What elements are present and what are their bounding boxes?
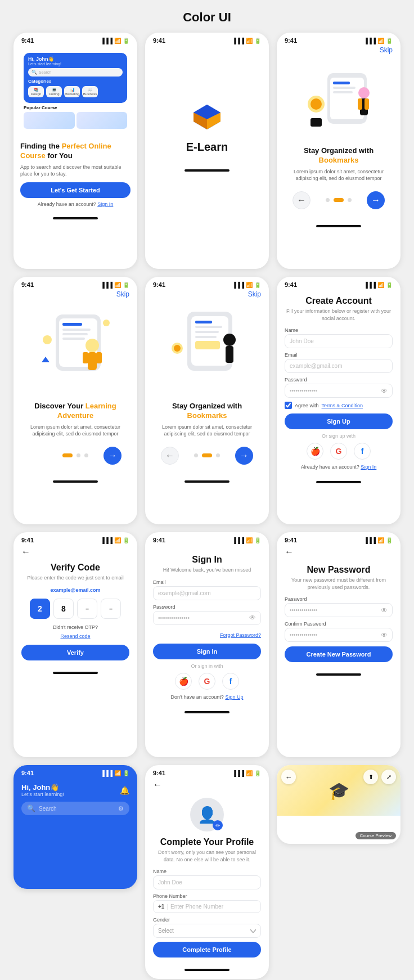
new-password-subtitle: Your new password must be different from…	[285, 577, 393, 591]
search-input[interactable]	[39, 806, 115, 812]
course-expand-button[interactable]: ⤢	[381, 770, 396, 784]
create-new-password-button[interactable]: Create New Password	[285, 646, 393, 662]
back-arrow-np[interactable]: ←	[277, 546, 400, 559]
home-bottom-bar	[53, 217, 98, 219]
new-password-card: 9:41 ▐▐▐📶🔋 ← New Password Your new passw…	[277, 532, 400, 757]
cp-name-input: John Doe	[153, 875, 261, 889]
status-bar-ob3: 9:41 ▐▐▐📶🔋	[145, 277, 269, 290]
signup-button[interactable]: Sign Up	[285, 413, 393, 429]
verify-digit-3[interactable]: -	[77, 599, 97, 619]
status-bar-home: 9:41 ▐▐▐📶🔋	[14, 33, 137, 46]
prev-button-ob3[interactable]: ←	[161, 447, 179, 465]
cp-bottom-bar	[184, 969, 230, 971]
verify-button[interactable]: Verify	[21, 645, 129, 660]
verify-digit-1[interactable]: 2	[30, 599, 50, 619]
next-button-ob1[interactable]: →	[367, 191, 385, 209]
status-bar-ca: 9:41 ▐▐▐📶🔋	[277, 277, 400, 290]
avatar-edit-button[interactable]: ✏	[213, 820, 223, 830]
verify-email: example@email.com	[21, 587, 129, 593]
signin-bottom-bar	[184, 711, 230, 713]
svg-rect-11	[310, 118, 322, 127]
facebook-login-button[interactable]: f	[354, 443, 371, 460]
email-label: Email	[285, 352, 393, 358]
svg-rect-16	[364, 98, 369, 110]
cp-gender-select[interactable]: Select Male Female	[153, 924, 261, 938]
greeting-text: Hi, John👋	[28, 56, 123, 62]
onboard1-nav: ← →	[284, 187, 394, 215]
signup-link-signin[interactable]: Sign Up	[225, 694, 243, 700]
signin-apple-button[interactable]: 🍎	[175, 673, 192, 690]
create-account-title: Create Account	[285, 296, 393, 306]
signin-facebook-button[interactable]: f	[222, 673, 239, 690]
course-back-button[interactable]: ←	[281, 770, 296, 784]
status-bar-np: 9:41 ▐▐▐📶🔋	[277, 532, 400, 546]
cp-title: Complete Your Profile	[153, 837, 261, 847]
lets-get-started-button[interactable]: Let's Get Started	[20, 182, 130, 198]
email-input-display: example@gmail.com	[285, 359, 393, 373]
verify-digit-2[interactable]: 8	[53, 599, 74, 619]
svg-rect-38	[226, 346, 233, 363]
next-button-ob3[interactable]: →	[235, 447, 253, 465]
status-bar-hb: 9:41 ▐▐▐📶🔋	[14, 765, 137, 779]
course-preview-card: 🎓 ← ⬆ ⤢ Course Preview	[277, 765, 400, 979]
terms-link[interactable]: Terms & Condition	[322, 403, 363, 408]
home-title: Finding the Perfect Online Course for Yo…	[20, 142, 130, 161]
cp-phone-label: Phone Number	[153, 893, 261, 899]
apple-login-button[interactable]: 🍎	[307, 443, 323, 460]
svg-point-10	[310, 98, 322, 110]
onboard2-illustration	[14, 300, 137, 396]
svg-rect-26	[96, 352, 102, 363]
next-button-ob2[interactable]: →	[104, 447, 122, 465]
onboard3-title: Stay Organized with Bookmarks	[152, 402, 262, 421]
status-bar-ob1: 9:41 ▐▐▐📶🔋	[277, 33, 400, 46]
bell-icon[interactable]: 🔔	[120, 786, 129, 795]
svg-point-37	[223, 334, 236, 346]
onboard1-illustration	[277, 56, 400, 141]
home-card: 9:41 ▐▐▐📶🔋 Hi, John👋 Let's start learnin…	[14, 33, 137, 269]
signin-google-button[interactable]: G	[199, 673, 215, 690]
agree-checkbox[interactable]	[285, 402, 292, 409]
np-confirm-input: •••••••••••••• 👁	[285, 628, 393, 642]
status-bar-signin: 9:41 ▐▐▐📶🔋	[145, 532, 269, 546]
signin-email-input: example@gmail.com	[153, 586, 261, 600]
svg-rect-19	[62, 323, 82, 326]
forgot-password-link[interactable]: Forgot Password?	[153, 629, 261, 639]
google-login-button[interactable]: G	[330, 443, 347, 460]
signin-button[interactable]: Sign In	[153, 644, 261, 659]
signin-link[interactable]: Sign In	[361, 464, 376, 470]
onboard3-card: 9:41 ▐▐▐📶🔋 Skip	[145, 277, 269, 524]
verify-digit-4[interactable]: -	[101, 599, 121, 619]
onboard1-card: 9:41 ▐▐▐📶🔋 Skip	[277, 33, 400, 269]
sign-in-link-anchor[interactable]: Sign In	[97, 201, 113, 207]
prev-button-ob1[interactable]: ←	[292, 191, 310, 209]
status-bar-splash: 9:41 ▐▐▐📶🔋	[145, 33, 269, 46]
svg-rect-20	[62, 329, 91, 331]
create-account-subtitle: Fill your information below or register …	[285, 308, 393, 322]
verify-bottom-bar	[53, 672, 98, 674]
name-label: Name	[285, 327, 393, 333]
sign-in-link: Already have an account? Sign In	[20, 201, 130, 207]
course-share-button[interactable]: ⬆	[363, 770, 378, 784]
resend-label: Didn't receive OTP?	[21, 624, 129, 630]
verify-subtitle: Please enter the code we just sent to em…	[21, 574, 129, 582]
password-input-display: •••••••••••••• 👁	[285, 384, 393, 398]
resend-link[interactable]: Resend code	[60, 633, 90, 639]
blue-search[interactable]: 🔍 ⚙	[21, 802, 129, 815]
ob3-bottom-bar	[184, 480, 230, 483]
skip-button-ob1[interactable]: Skip	[277, 46, 400, 56]
complete-profile-button[interactable]: Complete Profile	[153, 942, 261, 957]
skip-button-ob2[interactable]: Skip	[14, 290, 137, 300]
new-password-title: New Password	[285, 565, 393, 575]
cp-phone-input[interactable]: +1 | Enter Phone Number	[153, 900, 261, 913]
signin-password-label: Password	[153, 604, 261, 610]
no-account-text: Don't have an account? Sign Up	[153, 694, 261, 700]
svg-point-27	[43, 335, 52, 344]
skip-button-ob3[interactable]: Skip	[145, 290, 269, 300]
back-arrow-verify[interactable]: ←	[14, 546, 137, 559]
back-arrow-cp[interactable]: ←	[145, 779, 269, 792]
already-text: Already have an account? Sign In	[285, 464, 393, 470]
cp-subtitle: Don't worry, only you can see your perso…	[153, 849, 261, 863]
or-text: Or sign up with	[285, 433, 393, 439]
eye-icon: 👁	[381, 387, 388, 395]
ob2-bottom-bar	[53, 480, 98, 483]
